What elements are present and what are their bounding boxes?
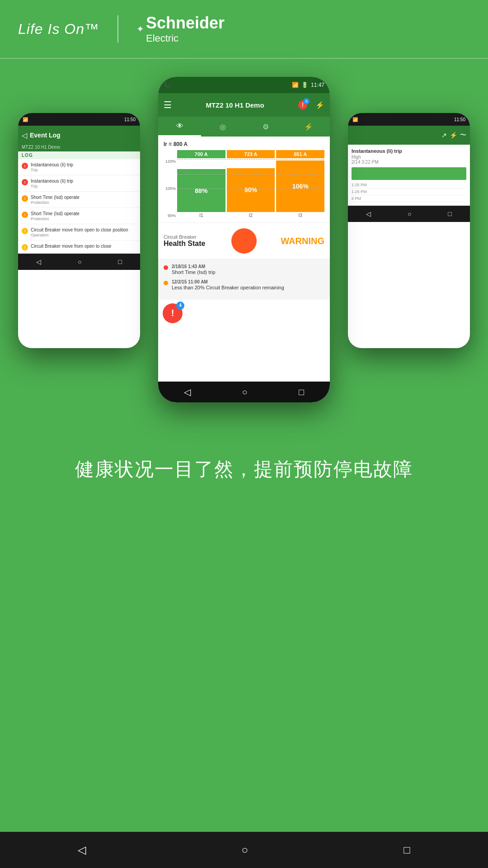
left-app-bar: ◁ Event Log bbox=[18, 126, 140, 145]
sys-nav-recents[interactable]: □ bbox=[404, 844, 410, 856]
right-bluetooth-icon[interactable]: ⚡ bbox=[450, 132, 457, 139]
chart-section: Ir = 800 A 700 A 723 A 851 A bbox=[158, 137, 330, 222]
y-label-90: 90% bbox=[164, 213, 176, 218]
center-nav-recents[interactable]: □ bbox=[299, 387, 304, 397]
red-notification-badge[interactable]: ! 4 bbox=[163, 303, 183, 323]
center-time: 11:47 bbox=[311, 82, 324, 88]
log-item-1[interactable]: ! Instantaneous (Ii) tripTrip bbox=[18, 159, 140, 175]
schneider-logo-block: ✦ Schneider Electric bbox=[136, 14, 225, 44]
log-item-6[interactable]: ! Circuit Breaker move from open to clos… bbox=[18, 241, 140, 254]
center-status-bar: 📞 📶 🔋 11:47 bbox=[158, 77, 330, 93]
bar-3: 106% bbox=[276, 160, 324, 212]
notification-count: 4 bbox=[303, 98, 310, 104]
chart-col-headers: 700 A 723 A 851 A bbox=[177, 150, 324, 158]
tab-eye[interactable]: 👁 bbox=[158, 117, 201, 137]
log-tag-2: Trip bbox=[31, 184, 73, 189]
header: Life Is On™ ✦ Schneider Electric bbox=[0, 0, 488, 59]
notification-badge-wrapper[interactable]: ! 4 bbox=[298, 100, 307, 109]
log-text-4: Short Time (Isd) operate bbox=[31, 211, 80, 217]
right-event-date: 2/14 3:22 PM bbox=[352, 160, 466, 165]
tab-bolt[interactable]: ⚡ bbox=[287, 117, 330, 137]
dashed-line-120 bbox=[177, 159, 324, 160]
left-back-icon[interactable]: ◁ bbox=[22, 131, 27, 140]
dashed-line-90 bbox=[177, 189, 324, 189]
center-app-bar: ☰ MTZ2 10 H1 Demo ! 4 ⚡ bbox=[158, 93, 330, 117]
dashed-line-105 bbox=[177, 174, 324, 175]
left-nav-back[interactable]: ◁ bbox=[36, 258, 41, 265]
hamburger-icon[interactable]: ☰ bbox=[164, 99, 172, 110]
main-content: 📶 11:50 ◁ Event Log MTZ2 10 H1 Demo LOG … bbox=[0, 59, 488, 809]
right-row-time-2: 1:25 PM bbox=[352, 189, 367, 194]
right-row-time-3: 6 PM bbox=[352, 196, 361, 201]
log-item-3[interactable]: ! Short Time (Isd) operateProtection bbox=[18, 192, 140, 208]
eye-icon: 👁 bbox=[176, 122, 183, 130]
center-nav-back[interactable]: ◁ bbox=[184, 387, 191, 397]
center-tab-bar: 👁 ◎ ⚙ ⚡ bbox=[158, 117, 330, 137]
bolt-icon: ⚡ bbox=[304, 123, 313, 131]
bottom-tagline: 健康状况一目了然，提前预防停电故障 bbox=[75, 457, 413, 482]
right-status-icon: 📶 bbox=[352, 117, 358, 122]
right-row-2: 1:25 PM bbox=[352, 189, 466, 195]
bar-pct-1: 88 bbox=[195, 187, 202, 194]
right-row-1: 1:25 PM bbox=[352, 182, 466, 189]
right-status-bar: 📶 11:50 bbox=[348, 113, 470, 126]
phone-right: 📶 11:50 ↗ ⚡ 〜 Instantaneous (li) trip Hi… bbox=[348, 113, 470, 348]
right-nav-bar: ◁ ○ □ bbox=[348, 206, 470, 222]
log-item-5[interactable]: ! Circuit Breaker move from open to clos… bbox=[18, 224, 140, 241]
right-chart-icon[interactable]: 〜 bbox=[460, 131, 466, 139]
ir-label: Ir = 800 A bbox=[164, 141, 324, 147]
log-text-3: Short Time (Isd) operate bbox=[31, 194, 80, 200]
sys-nav-back[interactable]: ◁ bbox=[78, 844, 86, 856]
bars-area: 88% I1 90% I2 bbox=[177, 159, 324, 218]
center-signal: 📶 bbox=[292, 82, 299, 88]
center-nav-home[interactable]: ○ bbox=[242, 387, 247, 397]
chart-icon: ◎ bbox=[220, 123, 226, 131]
phones-container: 📶 11:50 ◁ Event Log MTZ2 10 H1 Demo LOG … bbox=[0, 77, 488, 429]
log-icon-red-2: ! bbox=[22, 179, 28, 185]
phone-left: 📶 11:50 ◁ Event Log MTZ2 10 H1 Demo LOG … bbox=[18, 113, 140, 348]
log-item-2[interactable]: ! Instantaneous (Ii) tripTrip bbox=[18, 175, 140, 192]
log-text-2: Instantaneous (Ii) trip bbox=[31, 178, 73, 184]
left-status-icon: 📶 bbox=[23, 117, 28, 122]
excl-icon-4: ! bbox=[24, 213, 26, 217]
right-screen: 📶 11:50 ↗ ⚡ 〜 Instantaneous (li) trip Hi… bbox=[348, 113, 470, 348]
bluetooth-icon[interactable]: ⚡ bbox=[315, 101, 324, 109]
log-text-1: Instantaneous (Ii) trip bbox=[31, 162, 73, 168]
right-nav-back[interactable]: ◁ bbox=[366, 210, 371, 217]
logo-divider bbox=[117, 15, 118, 42]
log-tag-4: Protection bbox=[31, 217, 80, 221]
notif-item-1[interactable]: 2/18/16 1:43 AM Short Time (Isd) trip bbox=[164, 264, 324, 276]
excl-icon-1: ! bbox=[24, 164, 26, 168]
chart-area: 120% 105% 90% bbox=[164, 159, 324, 218]
tab-chart[interactable]: ◎ bbox=[201, 117, 244, 137]
right-share-icon[interactable]: ↗ bbox=[441, 132, 447, 139]
green-bar-1 bbox=[352, 167, 466, 180]
left-nav-recents[interactable]: □ bbox=[118, 258, 122, 265]
notifications-area: 2/18/16 1:43 AM Short Time (Isd) trip 12… bbox=[158, 259, 330, 300]
y-label-105: 105% bbox=[164, 186, 176, 191]
right-row-3: 6 PM bbox=[352, 195, 466, 202]
log-tag-3: Protection bbox=[31, 200, 80, 205]
settings-icon: ⚙ bbox=[263, 123, 269, 131]
center-app-title: MTZ2 10 H1 Demo bbox=[176, 101, 294, 109]
log-item-4[interactable]: ! Short Time (Isd) operateProtection bbox=[18, 208, 140, 224]
bar-axis-3: I3 bbox=[276, 213, 324, 218]
y-label-120: 120% bbox=[164, 159, 176, 164]
right-status-time: 11:50 bbox=[454, 117, 465, 122]
notif-item-2[interactable]: 12/2/15 11:00 AM Less than 20% Circuit B… bbox=[164, 279, 324, 291]
bar-axis-2: I2 bbox=[227, 213, 275, 218]
bar-1: 88% bbox=[177, 169, 225, 212]
center-battery: 🔋 bbox=[301, 82, 308, 88]
excl-icon-3: ! bbox=[24, 197, 26, 201]
log-icon-yellow-6: ! bbox=[22, 244, 28, 250]
left-nav-home[interactable]: ○ bbox=[78, 258, 81, 265]
right-nav-home[interactable]: ○ bbox=[408, 210, 411, 217]
tab-settings[interactable]: ⚙ bbox=[244, 117, 287, 137]
sys-nav-home[interactable]: ○ bbox=[241, 844, 248, 856]
notif-date-2: 12/2/15 11:00 AM bbox=[172, 279, 284, 284]
system-nav-bar: ◁ ○ □ bbox=[0, 832, 488, 868]
brand-text: Life Is On™ bbox=[18, 21, 99, 38]
center-content: Ir = 800 A 700 A 723 A 851 A bbox=[158, 137, 330, 382]
bar-pct-2: 90 bbox=[244, 186, 252, 193]
right-nav-recents[interactable]: □ bbox=[448, 210, 451, 217]
